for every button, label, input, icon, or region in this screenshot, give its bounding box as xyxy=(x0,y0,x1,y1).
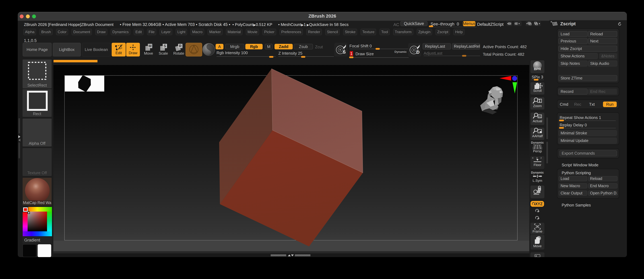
svg-text:S: S xyxy=(343,49,346,55)
svg-text:R: R xyxy=(179,44,182,48)
svg-text:M: M xyxy=(148,44,152,48)
svg-text:x1: x1 xyxy=(538,115,541,118)
svg-text:D: D xyxy=(416,50,420,55)
svg-text:c: c xyxy=(539,188,540,190)
svg-text:z: z xyxy=(537,218,538,220)
svg-text:S: S xyxy=(164,44,166,48)
svg-text:Y: Y xyxy=(537,210,538,213)
